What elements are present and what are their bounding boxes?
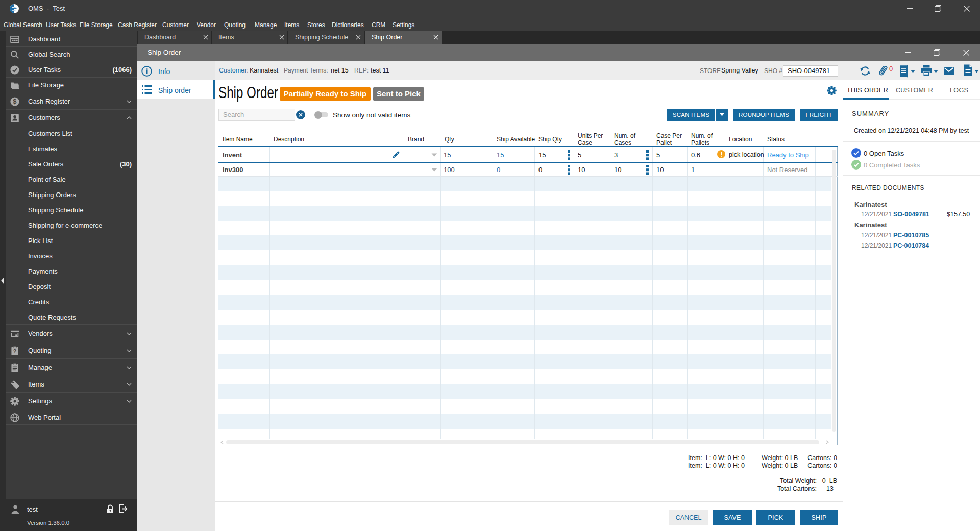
- svg-text:?: ?: [13, 348, 16, 354]
- svg-text:$: $: [13, 98, 17, 105]
